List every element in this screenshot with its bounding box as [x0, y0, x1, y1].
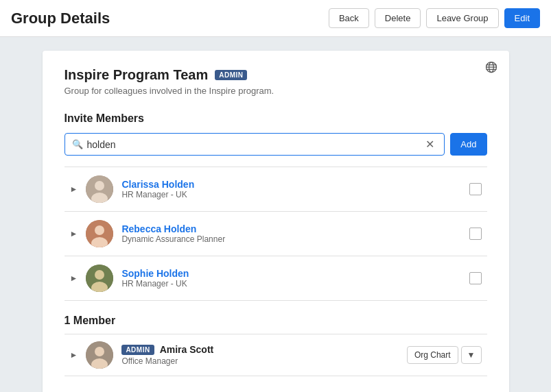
- member-name-0: Amira Scott: [160, 344, 214, 355]
- result-item-0[interactable]: ► Clarissa Holden HR Manager - UK: [65, 167, 487, 212]
- chevron-right-icon: ►: [70, 229, 78, 238]
- result-item-2[interactable]: ► Sophie Holden HR Manager - UK: [65, 256, 487, 301]
- add-button[interactable]: Add: [450, 133, 486, 156]
- page-header: Group Details Back Delete Leave Group Ed…: [0, 0, 551, 37]
- person-role-0: HR Manager - UK: [121, 190, 469, 199]
- invite-section-title: Invite Members: [65, 112, 487, 125]
- globe-icon: [484, 60, 498, 74]
- search-results-list: ► Clarissa Holden HR Manager - UK ►: [65, 167, 487, 301]
- header-actions: Back Delete Leave Group Edit: [329, 8, 540, 28]
- back-button[interactable]: Back: [329, 8, 369, 28]
- avatar-sophie: [86, 265, 113, 292]
- member-dropdown-button[interactable]: ▼: [461, 346, 482, 364]
- avatar-clarissa: [86, 175, 113, 203]
- leave-group-button[interactable]: Leave Group: [426, 8, 498, 28]
- svg-point-9: [95, 225, 104, 235]
- search-input-wrap[interactable]: 🔍 ✕: [65, 133, 445, 156]
- person-info-sophie: Sophie Holden HR Manager - UK: [121, 268, 469, 289]
- person-info-clarissa: Clarissa Holden HR Manager - UK: [121, 179, 469, 199]
- group-admin-badge: ADMIN: [215, 70, 247, 80]
- person-name-0: Clarissa Holden: [121, 179, 469, 190]
- delete-button[interactable]: Delete: [375, 8, 421, 28]
- group-card: Inspire Program Team ADMIN Group for col…: [43, 51, 509, 392]
- members-list: ► ADMIN Amira Scott Office Manager: [65, 334, 487, 376]
- member-admin-badge: ADMIN: [121, 345, 154, 355]
- person-role-2: HR Manager - UK: [121, 279, 469, 289]
- person-info-rebecca: Rebecca Holden Dynamic Assurance Planner: [121, 223, 469, 244]
- search-input[interactable]: [87, 139, 423, 150]
- avatar-rebecca: [86, 220, 113, 247]
- checkbox-1[interactable]: [469, 228, 482, 240]
- person-name-2: Sophie Holden: [121, 268, 469, 279]
- group-description: Group for colleagues involved in the Ins…: [65, 86, 487, 96]
- person-name-1: Rebecca Holden: [121, 223, 469, 234]
- member-item-0: ► ADMIN Amira Scott Office Manager: [65, 334, 487, 376]
- group-name: Inspire Program Team: [65, 67, 209, 83]
- result-item-1[interactable]: ► Rebecca Holden Dynamic Assurance Plann…: [65, 212, 487, 256]
- edit-button[interactable]: Edit: [504, 8, 540, 28]
- org-chart-button[interactable]: Org Chart: [407, 346, 458, 364]
- svg-point-12: [95, 270, 104, 280]
- person-role-1: Dynamic Assurance Planner: [121, 234, 469, 244]
- chevron-right-icon: ►: [70, 350, 78, 360]
- checkbox-2[interactable]: [469, 272, 482, 284]
- members-section-title: 1 Member: [65, 315, 487, 327]
- avatar-amira: [86, 341, 113, 369]
- svg-point-6: [95, 181, 104, 191]
- main-content: Inspire Program Team ADMIN Group for col…: [0, 37, 551, 392]
- member-info-amira: ADMIN Amira Scott Office Manager: [121, 344, 407, 366]
- member-actions: Org Chart ▼: [407, 346, 482, 364]
- chevron-right-icon: ►: [70, 184, 78, 194]
- checkbox-0[interactable]: [469, 183, 482, 195]
- svg-point-15: [95, 347, 104, 356]
- member-name-wrap: ADMIN Amira Scott: [121, 344, 407, 355]
- chevron-right-icon: ►: [70, 273, 78, 283]
- search-row: 🔍 ✕ Add: [65, 133, 487, 156]
- search-icon: 🔍: [72, 139, 83, 149]
- globe-icon-wrap: [484, 60, 498, 76]
- clear-search-button[interactable]: ✕: [423, 138, 437, 151]
- member-role-0: Office Manager: [121, 356, 407, 366]
- group-header: Inspire Program Team ADMIN: [65, 67, 487, 83]
- page-title: Group Details: [11, 10, 110, 27]
